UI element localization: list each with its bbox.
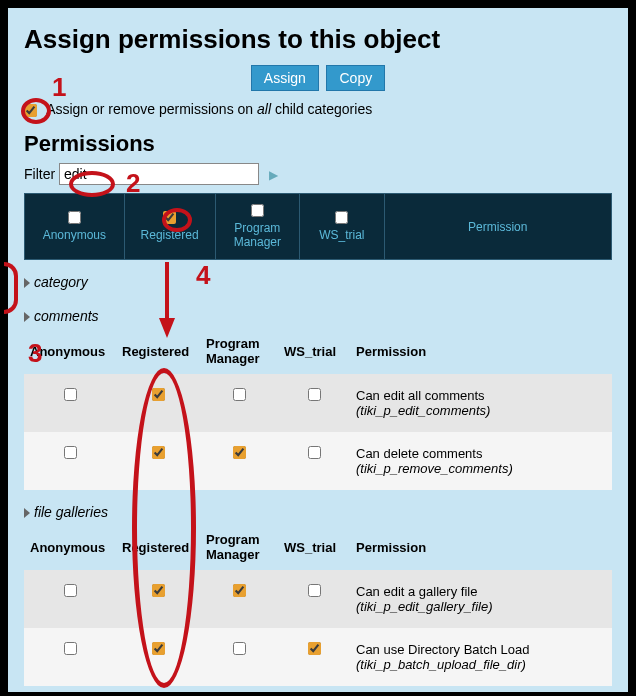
perm-checkbox[interactable] <box>64 388 77 401</box>
table-row: Can delete comments(tiki_p_remove_commen… <box>24 432 612 490</box>
col-header: Registered <box>116 328 200 374</box>
section-file-galleries[interactable]: file galleries <box>24 500 612 524</box>
role-header-table: Anonymous Registered Program Manager WS_… <box>24 193 612 260</box>
chevron-right-icon <box>24 312 30 322</box>
file-galleries-table: Anonymous Registered Program Manager WS_… <box>24 524 612 686</box>
perm-checkbox[interactable] <box>308 642 321 655</box>
perm-checkbox[interactable] <box>233 446 246 459</box>
section-comments[interactable]: comments <box>24 304 612 328</box>
perm-checkbox[interactable] <box>152 446 165 459</box>
col-header: Permission <box>350 524 612 570</box>
filter-input[interactable] <box>59 163 259 185</box>
perm-desc: Can edit a gallery file <box>356 584 477 599</box>
col-wstrial-checkbox[interactable] <box>335 211 348 224</box>
perm-desc: Can edit all comments <box>356 388 485 403</box>
perm-checkbox[interactable] <box>64 446 77 459</box>
perm-name: (tiki_p_edit_comments) <box>356 403 490 418</box>
perm-checkbox[interactable] <box>152 642 165 655</box>
page-title: Assign permissions to this object <box>24 24 612 55</box>
perm-checkbox[interactable] <box>233 388 246 401</box>
table-row: Can edit a gallery file(tiki_p_edit_gall… <box>24 570 612 628</box>
col-anonymous-checkbox[interactable] <box>68 211 81 224</box>
perm-checkbox[interactable] <box>152 388 165 401</box>
col-header: Anonymous <box>24 328 116 374</box>
filter-go-icon[interactable]: ▶ <box>269 168 278 182</box>
child-categories-option: Assign or remove permissions on all chil… <box>24 101 612 117</box>
perm-checkbox[interactable] <box>308 388 321 401</box>
perm-checkbox[interactable] <box>233 642 246 655</box>
table-row: Can use Directory Batch Load(tiki_p_batc… <box>24 628 612 686</box>
permissions-heading: Permissions <box>24 131 612 157</box>
perm-desc: Can use Directory Batch Load <box>356 642 529 657</box>
col-header: Permission <box>350 328 612 374</box>
chevron-right-icon <box>24 278 30 288</box>
col-header: WS_trial <box>278 328 350 374</box>
col-registered-label: Registered <box>141 228 199 242</box>
table-row: Can edit all comments(tiki_p_edit_commen… <box>24 374 612 432</box>
col-header: WS_trial <box>278 524 350 570</box>
perm-name: (tiki_p_edit_gallery_file) <box>356 599 493 614</box>
col-program-manager-checkbox[interactable] <box>251 204 264 217</box>
col-wstrial-label: WS_trial <box>319 228 364 242</box>
perm-checkbox[interactable] <box>64 642 77 655</box>
child-categories-checkbox[interactable] <box>24 104 37 117</box>
perm-checkbox[interactable] <box>308 446 321 459</box>
copy-button[interactable]: Copy <box>326 65 385 91</box>
chevron-right-icon <box>24 508 30 518</box>
col-header: Program Manager <box>200 524 278 570</box>
col-header: Anonymous <box>24 524 116 570</box>
child-categories-label[interactable]: Assign or remove permissions on all chil… <box>46 101 372 117</box>
col-permission-label: Permission <box>468 220 527 234</box>
comments-table: Anonymous Registered Program Manager WS_… <box>24 328 612 490</box>
perm-name: (tiki_p_remove_comments) <box>356 461 513 476</box>
perm-checkbox[interactable] <box>233 584 246 597</box>
col-program-manager-label: Program Manager <box>222 221 293 249</box>
filter-label: Filter <box>24 166 55 182</box>
col-header: Registered <box>116 524 200 570</box>
perm-name: (tiki_p_batch_upload_file_dir) <box>356 657 526 672</box>
col-anonymous-label: Anonymous <box>43 228 106 242</box>
col-registered-checkbox[interactable] <box>163 211 176 224</box>
permissions-panel: Assign permissions to this object Assign… <box>8 8 628 694</box>
perm-checkbox[interactable] <box>308 584 321 597</box>
section-category[interactable]: category <box>24 270 612 294</box>
perm-desc: Can delete comments <box>356 446 482 461</box>
col-header: Program Manager <box>200 328 278 374</box>
perm-checkbox[interactable] <box>64 584 77 597</box>
assign-button[interactable]: Assign <box>251 65 319 91</box>
perm-checkbox[interactable] <box>152 584 165 597</box>
